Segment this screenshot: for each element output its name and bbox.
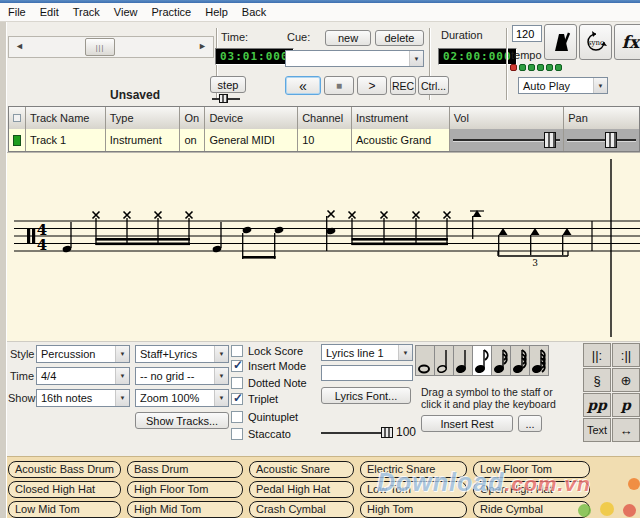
show-notes-select[interactable]: 16th notes ▼ [36,389,130,407]
menu-item-practice[interactable]: Practice [151,6,191,18]
menu-item-edit[interactable]: Edit [40,6,59,18]
view-mode-select[interactable]: Staff+Lyrics ▼ [135,345,229,363]
ctrl-button[interactable]: Ctrl... [418,76,449,95]
pianissimo-button[interactable]: pp [583,393,611,417]
scroll-right-icon[interactable]: ► [198,41,207,51]
track-select-cell[interactable] [9,129,26,151]
half-note-button[interactable] [434,345,454,376]
col-channel[interactable]: Channel [298,107,352,129]
piano-button[interactable]: p [612,393,640,417]
track-on-cell[interactable]: on [180,129,205,151]
checkbox-lock-score[interactable]: Lock Score [231,344,303,358]
col-track-name[interactable]: Track Name [26,107,106,129]
eighth-note-button[interactable] [472,345,492,376]
volume-slider-thumb[interactable] [544,132,556,148]
lyrics-font-button[interactable]: Lyrics Font... [321,387,411,404]
score-area[interactable]: 443 [0,152,640,341]
pan-slider-thumb[interactable] [605,132,617,148]
drum-pad-low-mid-tom[interactable]: Low Mid Tom [8,501,121,518]
metronome-button[interactable] [544,24,577,60]
step-button[interactable]: step [210,76,246,93]
segno-button[interactable]: § [583,368,611,392]
track-channel-cell[interactable]: 10 [298,129,352,151]
checked-checkbox-icon[interactable] [231,360,243,372]
unchecked-checkbox-icon[interactable] [231,411,243,423]
zoom-select[interactable]: Zoom 100% ▼ [135,389,229,407]
whole-note-button[interactable] [415,345,435,376]
menu-item-file[interactable]: File [8,6,26,18]
style-select[interactable]: Percussion ▼ [36,345,130,363]
text-button[interactable]: Text [583,418,611,442]
track-name-cell[interactable]: Track 1 [26,129,106,151]
grid-select[interactable]: -- no grid -- ▼ [135,367,229,385]
unchecked-checkbox-icon[interactable] [231,428,243,440]
col-instrument[interactable]: Instrument [352,107,450,129]
unchecked-checkbox-icon[interactable] [231,377,243,389]
col-type[interactable]: Type [106,107,181,129]
auto-play-select[interactable]: Auto Play ▼ [518,77,608,94]
checked-checkbox-icon[interactable] [231,393,243,405]
song-position-scrollbar[interactable]: ◄ ||| ► [8,36,214,58]
fx-button[interactable]: fx [614,24,640,60]
lyrics-input[interactable] [321,365,413,381]
col-on[interactable]: On [180,107,205,129]
stop-button[interactable]: ■ [324,76,354,95]
time-sig-select[interactable]: 4/4 ▼ [36,367,130,385]
menu-item-track[interactable]: Track [73,6,100,18]
track-instrument-cell[interactable]: Acoustic Grand [352,129,450,151]
checkbox-quintuplet[interactable]: Quintuplet [231,410,298,424]
coda-button[interactable]: ⊕ [612,368,640,392]
arrow-button[interactable]: ↔ [612,418,640,442]
checkbox-insert-mode[interactable]: Insert Mode [231,359,306,373]
drum-pad-high-tom[interactable]: High Tom [360,501,467,518]
sixteenth-note-button[interactable] [491,345,511,376]
checkbox-triplet[interactable]: Triplet [231,392,278,406]
velocity-slider-thumb[interactable] [381,427,393,438]
scrollbar-thumb[interactable]: ||| [85,38,115,56]
tempo-input[interactable] [512,25,542,42]
col-vol[interactable]: Vol [450,107,565,129]
menu-item-back[interactable]: Back [242,6,266,18]
cue-new-button[interactable]: new [325,30,371,46]
more-options-button[interactable]: ... [518,415,542,432]
insert-rest-button[interactable]: Insert Rest [421,415,513,432]
scroll-left-icon[interactable]: ◄ [15,41,24,51]
drum-pad-acoustic-bass-drum[interactable]: Acoustic Bass Drum [8,461,121,478]
drum-pad-high-mid-tom[interactable]: High Mid Tom [127,501,243,518]
record-button[interactable]: REC [390,76,416,95]
drum-pad-crash-cymbal[interactable]: Crash Cymbal [249,501,354,518]
show-tracks-button[interactable]: Show Tracks... [135,412,229,429]
sixty-fourth-note-button[interactable] [529,345,549,376]
velocity-slider-track[interactable] [321,432,384,434]
step-slider-thumb[interactable] [219,94,228,103]
volume-slider[interactable] [450,129,565,151]
col-pan[interactable]: Pan [564,107,639,129]
rewind-button[interactable]: « [285,76,321,95]
menu-item-help[interactable]: Help [205,6,228,18]
cue-select[interactable]: ▼ [285,50,424,67]
drum-pad-pedal-high-hat[interactable]: Pedal High Hat [249,481,354,498]
lyrics-line-select[interactable]: Lyrics line 1 ▼ [321,344,413,361]
unchecked-checkbox-icon[interactable] [231,345,243,357]
drum-pad-high-floor-tom[interactable]: High Floor Tom [127,481,243,498]
thirty-second-note-button[interactable] [510,345,530,376]
drum-pad-bass-drum[interactable]: Bass Drum [127,461,243,478]
repeat-start-button[interactable]: ||: [583,343,611,367]
sync-button[interactable]: sync [579,24,612,60]
header-select-all[interactable] [9,107,26,129]
drum-pad-ride-cymbal[interactable]: Ride Cymbal [473,501,590,518]
repeat-end-button[interactable]: :|| [612,343,640,367]
menu-item-view[interactable]: View [114,6,138,18]
cue-delete-button[interactable]: delete [375,30,424,46]
play-button[interactable]: > [357,76,387,95]
pan-slider[interactable] [564,129,639,151]
col-device[interactable]: Device [205,107,298,129]
drum-pad-acoustic-snare[interactable]: Acoustic Snare [249,461,354,478]
checkbox-dotted-note[interactable]: Dotted Note [231,376,307,390]
drum-pad-closed-high-hat[interactable]: Closed High Hat [8,481,121,498]
track-device-cell[interactable]: General MIDI [205,129,298,151]
quarter-note-button[interactable] [453,345,473,376]
track-type-cell[interactable]: Instrument [106,129,181,151]
checkbox-staccato[interactable]: Staccato [231,427,291,441]
table-row[interactable]: Track 1 Instrument on General MIDI 10 Ac… [9,129,639,151]
